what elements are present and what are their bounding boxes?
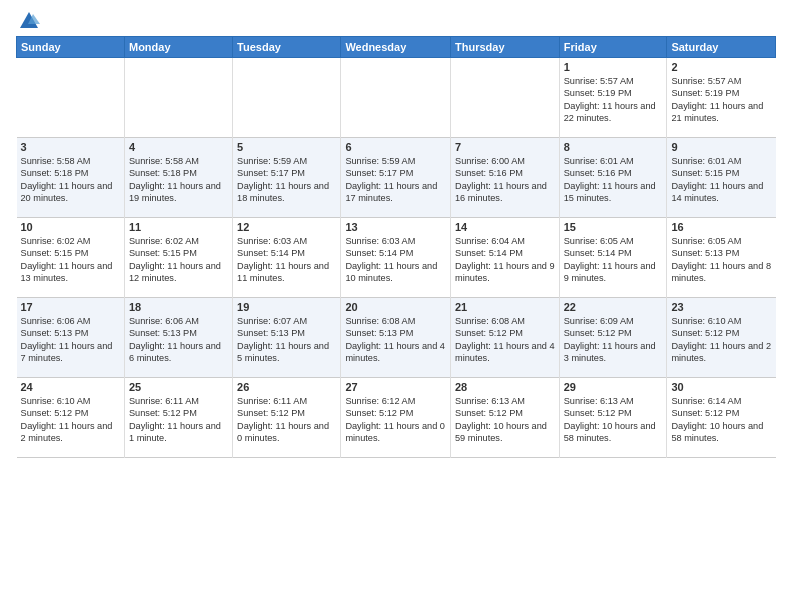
day-info: Sunrise: 6:01 AM Sunset: 5:15 PM Dayligh… — [671, 155, 771, 205]
day-info: Sunrise: 6:10 AM Sunset: 5:12 PM Dayligh… — [21, 395, 120, 445]
page-container: SundayMondayTuesdayWednesdayThursdayFrid… — [0, 0, 792, 468]
day-info: Sunrise: 6:10 AM Sunset: 5:12 PM Dayligh… — [671, 315, 771, 365]
day-number: 24 — [21, 381, 120, 393]
day-info: Sunrise: 6:04 AM Sunset: 5:14 PM Dayligh… — [455, 235, 555, 285]
day-info: Sunrise: 5:59 AM Sunset: 5:17 PM Dayligh… — [237, 155, 336, 205]
day-number: 10 — [21, 221, 120, 233]
weekday-header: Monday — [124, 37, 232, 58]
day-number: 14 — [455, 221, 555, 233]
calendar-cell: 14Sunrise: 6:04 AM Sunset: 5:14 PM Dayli… — [451, 218, 560, 298]
day-number: 27 — [345, 381, 446, 393]
day-number: 11 — [129, 221, 228, 233]
day-number: 9 — [671, 141, 771, 153]
calendar-cell: 18Sunrise: 6:06 AM Sunset: 5:13 PM Dayli… — [124, 298, 232, 378]
day-number: 18 — [129, 301, 228, 313]
day-info: Sunrise: 6:11 AM Sunset: 5:12 PM Dayligh… — [237, 395, 336, 445]
calendar-cell: 20Sunrise: 6:08 AM Sunset: 5:13 PM Dayli… — [341, 298, 451, 378]
calendar-cell: 22Sunrise: 6:09 AM Sunset: 5:12 PM Dayli… — [559, 298, 667, 378]
calendar-cell — [233, 58, 341, 138]
day-number: 29 — [564, 381, 663, 393]
calendar-cell: 27Sunrise: 6:12 AM Sunset: 5:12 PM Dayli… — [341, 378, 451, 458]
day-number: 1 — [564, 61, 663, 73]
calendar-cell: 11Sunrise: 6:02 AM Sunset: 5:15 PM Dayli… — [124, 218, 232, 298]
calendar-cell — [451, 58, 560, 138]
day-info: Sunrise: 5:57 AM Sunset: 5:19 PM Dayligh… — [564, 75, 663, 125]
day-number: 22 — [564, 301, 663, 313]
day-number: 13 — [345, 221, 446, 233]
calendar-week-row: 17Sunrise: 6:06 AM Sunset: 5:13 PM Dayli… — [17, 298, 776, 378]
logo-icon — [18, 10, 40, 32]
day-info: Sunrise: 6:14 AM Sunset: 5:12 PM Dayligh… — [671, 395, 771, 445]
day-number: 7 — [455, 141, 555, 153]
weekday-header: Wednesday — [341, 37, 451, 58]
day-info: Sunrise: 6:08 AM Sunset: 5:12 PM Dayligh… — [455, 315, 555, 365]
day-info: Sunrise: 6:03 AM Sunset: 5:14 PM Dayligh… — [237, 235, 336, 285]
calendar-cell: 3Sunrise: 5:58 AM Sunset: 5:18 PM Daylig… — [17, 138, 125, 218]
calendar-cell: 25Sunrise: 6:11 AM Sunset: 5:12 PM Dayli… — [124, 378, 232, 458]
calendar-cell: 17Sunrise: 6:06 AM Sunset: 5:13 PM Dayli… — [17, 298, 125, 378]
day-info: Sunrise: 6:07 AM Sunset: 5:13 PM Dayligh… — [237, 315, 336, 365]
day-number: 6 — [345, 141, 446, 153]
weekday-header: Thursday — [451, 37, 560, 58]
day-info: Sunrise: 6:09 AM Sunset: 5:12 PM Dayligh… — [564, 315, 663, 365]
calendar-cell: 1Sunrise: 5:57 AM Sunset: 5:19 PM Daylig… — [559, 58, 667, 138]
day-number: 4 — [129, 141, 228, 153]
day-number: 23 — [671, 301, 771, 313]
calendar-cell: 12Sunrise: 6:03 AM Sunset: 5:14 PM Dayli… — [233, 218, 341, 298]
day-info: Sunrise: 5:58 AM Sunset: 5:18 PM Dayligh… — [129, 155, 228, 205]
calendar-cell: 29Sunrise: 6:13 AM Sunset: 5:12 PM Dayli… — [559, 378, 667, 458]
day-info: Sunrise: 6:03 AM Sunset: 5:14 PM Dayligh… — [345, 235, 446, 285]
weekday-header: Saturday — [667, 37, 776, 58]
calendar-cell: 13Sunrise: 6:03 AM Sunset: 5:14 PM Dayli… — [341, 218, 451, 298]
day-number: 25 — [129, 381, 228, 393]
calendar-table: SundayMondayTuesdayWednesdayThursdayFrid… — [16, 36, 776, 458]
calendar-cell: 4Sunrise: 5:58 AM Sunset: 5:18 PM Daylig… — [124, 138, 232, 218]
day-info: Sunrise: 5:58 AM Sunset: 5:18 PM Dayligh… — [21, 155, 120, 205]
calendar-week-row: 10Sunrise: 6:02 AM Sunset: 5:15 PM Dayli… — [17, 218, 776, 298]
day-info: Sunrise: 6:02 AM Sunset: 5:15 PM Dayligh… — [129, 235, 228, 285]
calendar-cell: 21Sunrise: 6:08 AM Sunset: 5:12 PM Dayli… — [451, 298, 560, 378]
calendar-cell — [17, 58, 125, 138]
day-number: 30 — [671, 381, 771, 393]
day-number: 2 — [671, 61, 771, 73]
day-info: Sunrise: 6:06 AM Sunset: 5:13 PM Dayligh… — [129, 315, 228, 365]
day-info: Sunrise: 6:05 AM Sunset: 5:14 PM Dayligh… — [564, 235, 663, 285]
day-info: Sunrise: 6:13 AM Sunset: 5:12 PM Dayligh… — [455, 395, 555, 445]
day-number: 19 — [237, 301, 336, 313]
weekday-header: Tuesday — [233, 37, 341, 58]
day-number: 17 — [21, 301, 120, 313]
day-info: Sunrise: 6:06 AM Sunset: 5:13 PM Dayligh… — [21, 315, 120, 365]
day-number: 3 — [21, 141, 120, 153]
calendar-cell: 15Sunrise: 6:05 AM Sunset: 5:14 PM Dayli… — [559, 218, 667, 298]
day-info: Sunrise: 6:12 AM Sunset: 5:12 PM Dayligh… — [345, 395, 446, 445]
day-info: Sunrise: 5:59 AM Sunset: 5:17 PM Dayligh… — [345, 155, 446, 205]
day-info: Sunrise: 6:02 AM Sunset: 5:15 PM Dayligh… — [21, 235, 120, 285]
calendar-cell: 6Sunrise: 5:59 AM Sunset: 5:17 PM Daylig… — [341, 138, 451, 218]
calendar-cell: 26Sunrise: 6:11 AM Sunset: 5:12 PM Dayli… — [233, 378, 341, 458]
calendar-cell: 7Sunrise: 6:00 AM Sunset: 5:16 PM Daylig… — [451, 138, 560, 218]
calendar-cell: 28Sunrise: 6:13 AM Sunset: 5:12 PM Dayli… — [451, 378, 560, 458]
day-number: 16 — [671, 221, 771, 233]
weekday-header: Friday — [559, 37, 667, 58]
calendar-cell: 8Sunrise: 6:01 AM Sunset: 5:16 PM Daylig… — [559, 138, 667, 218]
day-number: 8 — [564, 141, 663, 153]
day-info: Sunrise: 5:57 AM Sunset: 5:19 PM Dayligh… — [671, 75, 771, 125]
calendar-week-row: 3Sunrise: 5:58 AM Sunset: 5:18 PM Daylig… — [17, 138, 776, 218]
calendar-week-row: 1Sunrise: 5:57 AM Sunset: 5:19 PM Daylig… — [17, 58, 776, 138]
day-info: Sunrise: 6:08 AM Sunset: 5:13 PM Dayligh… — [345, 315, 446, 365]
calendar-week-row: 24Sunrise: 6:10 AM Sunset: 5:12 PM Dayli… — [17, 378, 776, 458]
day-number: 21 — [455, 301, 555, 313]
logo-text — [16, 10, 40, 32]
calendar-cell — [341, 58, 451, 138]
header — [16, 10, 776, 32]
calendar-cell: 23Sunrise: 6:10 AM Sunset: 5:12 PM Dayli… — [667, 298, 776, 378]
calendar-cell: 30Sunrise: 6:14 AM Sunset: 5:12 PM Dayli… — [667, 378, 776, 458]
calendar-cell: 2Sunrise: 5:57 AM Sunset: 5:19 PM Daylig… — [667, 58, 776, 138]
day-number: 15 — [564, 221, 663, 233]
day-info: Sunrise: 6:13 AM Sunset: 5:12 PM Dayligh… — [564, 395, 663, 445]
calendar-header-row: SundayMondayTuesdayWednesdayThursdayFrid… — [17, 37, 776, 58]
calendar-cell: 24Sunrise: 6:10 AM Sunset: 5:12 PM Dayli… — [17, 378, 125, 458]
calendar-cell: 10Sunrise: 6:02 AM Sunset: 5:15 PM Dayli… — [17, 218, 125, 298]
day-number: 12 — [237, 221, 336, 233]
day-number: 26 — [237, 381, 336, 393]
